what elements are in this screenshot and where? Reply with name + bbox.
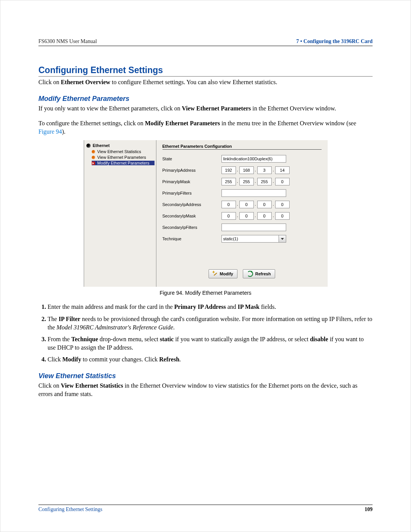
ip-dot: . bbox=[254, 213, 257, 219]
ip-octet[interactable]: 0 bbox=[239, 212, 254, 220]
label-primary-filters: PrimaryIpFilters bbox=[162, 191, 221, 195]
refresh-button[interactable]: Refresh bbox=[243, 269, 275, 278]
bold-text: disable bbox=[310, 336, 328, 342]
ip-octet[interactable]: 255 bbox=[239, 178, 254, 185]
text: drop-down menu, select bbox=[98, 336, 160, 342]
page-header: FS6300 NMS User Manual 7 • Configuring t… bbox=[38, 38, 373, 46]
ip-octet[interactable]: 255 bbox=[221, 178, 236, 185]
node-icon bbox=[92, 156, 95, 159]
italic-text: Model 3196RC Adminstrator's Reference Gu… bbox=[57, 324, 173, 331]
ip-octet[interactable]: 168 bbox=[239, 166, 254, 174]
bold-text: Modify bbox=[62, 356, 81, 363]
tree-item-label: Modify Ethernet Parameters bbox=[97, 161, 150, 165]
step-3: From the Technique drop-down menu, selec… bbox=[48, 335, 373, 351]
field-value: linkIndication100Duplex(6) bbox=[223, 157, 273, 161]
row-secondary-ip: SecondaryIpAddress 0. 0. 0. 0 bbox=[162, 201, 322, 208]
text: ). bbox=[62, 128, 65, 135]
text: To configure the Ethernet settings, clic… bbox=[38, 120, 145, 126]
ip-octet[interactable]: 14 bbox=[275, 166, 290, 174]
field-technique[interactable]: static(1) bbox=[221, 235, 286, 243]
text: if you want to statically assign the IP … bbox=[174, 336, 310, 342]
text: Click on bbox=[38, 382, 61, 389]
ip-dot: . bbox=[272, 202, 275, 208]
ip-dot: . bbox=[236, 168, 239, 173]
step-4: Click Modify to commit your changes. Cli… bbox=[48, 355, 373, 364]
tree-item-label: View Ethernet Parameters bbox=[97, 155, 146, 160]
label-secondary-ip: SecondaryIpAddress bbox=[162, 202, 221, 207]
figure-ui-screenshot: Ethernet View Ethernet Statistics View E… bbox=[84, 140, 328, 287]
field-secondary-ip[interactable]: 0. 0. 0. 0 bbox=[221, 201, 290, 208]
ip-octet[interactable]: 0 bbox=[257, 201, 272, 208]
text: . bbox=[179, 356, 181, 363]
row-technique: Technique static(1) bbox=[162, 235, 322, 243]
ip-octet[interactable]: 0 bbox=[221, 201, 236, 208]
text: Click on bbox=[38, 79, 61, 85]
ip-octet[interactable]: 0 bbox=[275, 212, 290, 220]
ip-octet[interactable]: 3 bbox=[257, 166, 272, 174]
step-1: Enter the main address and mask for the … bbox=[48, 303, 373, 311]
step-list: Enter the main address and mask for the … bbox=[38, 303, 373, 364]
ip-octet[interactable]: 0 bbox=[275, 178, 290, 185]
bold-text: static bbox=[160, 336, 174, 342]
chevron-down-icon[interactable] bbox=[279, 235, 286, 242]
ip-octet[interactable]: 0 bbox=[257, 212, 272, 220]
panel-title: Ethernet Parameters Configuration bbox=[162, 144, 322, 150]
tree-root-label: Ethernet bbox=[93, 143, 110, 148]
ip-dot: . bbox=[272, 179, 275, 185]
label-state: State bbox=[162, 157, 221, 161]
bold-text: Refresh bbox=[159, 356, 179, 363]
sub2-p: Click on View Ethernet Statistics in the… bbox=[38, 382, 373, 398]
text: and bbox=[226, 304, 237, 310]
ip-dot: . bbox=[236, 213, 239, 219]
text: in the Ethernet Overview window. bbox=[251, 105, 336, 112]
ip-dot: . bbox=[272, 168, 275, 173]
field-primary-mask[interactable]: 255. 255. 255. 0 bbox=[221, 178, 290, 185]
bold-text: IP Mask bbox=[238, 304, 260, 310]
footer-page-number: 109 bbox=[365, 506, 373, 513]
field-primary-ip[interactable]: 192. 168. 3. 14 bbox=[221, 166, 290, 174]
ip-dot: . bbox=[254, 179, 257, 185]
row-primary-filters: PrimaryIpFilters bbox=[162, 189, 322, 197]
figure-caption: Figure 94. Modify Ethernet Parameters bbox=[38, 290, 373, 296]
wand-icon bbox=[213, 272, 217, 276]
tree-item-view-parameters[interactable]: View Ethernet Parameters bbox=[92, 155, 155, 160]
tree-item-view-statistics[interactable]: View Ethernet Statistics bbox=[92, 149, 155, 154]
figure-link[interactable]: Figure 94 bbox=[38, 128, 62, 135]
modify-button[interactable]: Modify bbox=[209, 269, 237, 278]
tree-item-label: View Ethernet Statistics bbox=[97, 149, 141, 154]
field-primary-filters[interactable] bbox=[221, 189, 286, 197]
text: The bbox=[48, 316, 59, 322]
row-secondary-filters: SecondaryIpFilters bbox=[162, 224, 322, 231]
footer-left: Configuring Ethernet Settings bbox=[38, 506, 102, 513]
bold-text: Technique bbox=[71, 336, 98, 342]
field-secondary-filters[interactable] bbox=[221, 224, 286, 231]
bold-text: IP Filter bbox=[59, 316, 80, 322]
tree-item-modify-parameters[interactable]: Modify Ethernet Parameters bbox=[92, 161, 155, 165]
row-primary-ip: PrimaryIpAddress 192. 168. 3. 14 bbox=[162, 166, 322, 174]
ip-octet[interactable]: 0 bbox=[221, 212, 236, 220]
page-footer: Configuring Ethernet Settings 109 bbox=[38, 505, 373, 513]
bold-text: View Ethernet Parameters bbox=[182, 105, 251, 112]
ip-dot: . bbox=[254, 202, 257, 208]
subsection-modify-heading: Modify Ethernet Parameters bbox=[38, 95, 373, 103]
header-right: 7 • Configuring the 3196RC Card bbox=[296, 38, 373, 45]
bold-text: Primary IP Address bbox=[174, 304, 226, 310]
text: to configure Ethernet settings. You can … bbox=[110, 79, 277, 85]
section-intro: Click on Ethernet Overview to configure … bbox=[38, 78, 373, 86]
ip-octet[interactable]: 192 bbox=[221, 166, 236, 174]
label-primary-mask: PrimaryIpMask bbox=[162, 179, 221, 184]
button-row: Modify Refresh bbox=[162, 265, 322, 282]
field-value: static(1) bbox=[223, 236, 238, 241]
ui-form-panel: Ethernet Parameters Configuration State … bbox=[156, 140, 328, 287]
tree-root[interactable]: Ethernet bbox=[86, 143, 155, 148]
text: to commit your changes. Click bbox=[81, 356, 159, 363]
label-secondary-mask: SecondaryIpMask bbox=[162, 214, 221, 218]
node-icon bbox=[92, 161, 95, 165]
ip-octet[interactable]: 255 bbox=[257, 178, 272, 185]
ip-octet[interactable]: 0 bbox=[275, 201, 290, 208]
field-secondary-mask[interactable]: 0. 0. 0. 0 bbox=[221, 212, 290, 220]
ip-octet[interactable]: 0 bbox=[239, 201, 254, 208]
field-state[interactable]: linkIndication100Duplex(6) bbox=[221, 155, 286, 163]
text: in the menu tree in the Ethernet Overvie… bbox=[220, 120, 356, 126]
label-secondary-filters: SecondaryIpFilters bbox=[162, 225, 221, 230]
